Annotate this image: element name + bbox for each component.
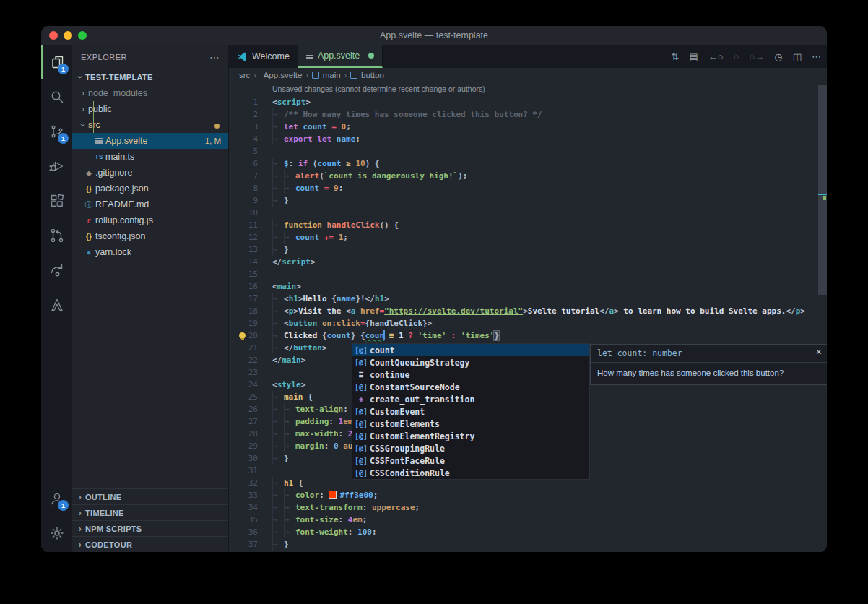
code-line-6[interactable]: 6→$: if (count ≥ 10) { <box>229 158 817 170</box>
suggest-item-CustomEvent[interactable]: [@]CustomEvent <box>352 405 589 418</box>
code-line-5[interactable]: 5 <box>229 145 817 158</box>
breadcrumb-item-main[interactable]: main <box>323 71 341 79</box>
explorer-item-README.md[interactable]: ⓘREADME.md <box>72 197 228 212</box>
code-line-12[interactable]: 12→→count += 1; <box>229 231 817 243</box>
activity-azure-icon[interactable] <box>41 288 72 322</box>
breadcrumb-item-App.svelte[interactable]: App.svelte <box>264 71 303 79</box>
suggest-item-CSSFontFaceRule[interactable]: [@]CSSFontFaceRule <box>352 454 589 467</box>
activity-source-control-icon[interactable]: 1 <box>41 114 72 149</box>
code-line-8[interactable]: 8→→count = 9; <box>229 182 817 194</box>
suggest-item-continue[interactable]: ≣continue <box>352 368 589 381</box>
explorer-item-.gitignore[interactable]: ◆.gitignore <box>72 165 228 181</box>
code-token: name <box>337 294 356 303</box>
activity-extensions-icon[interactable] <box>41 184 72 218</box>
open-preview-icon[interactable]: ▤ <box>689 51 698 62</box>
code-line-33[interactable]: 33→→color: #ff3e00; <box>229 489 817 501</box>
rollup-file-icon: r <box>82 215 95 226</box>
explorer-item-node_modules[interactable]: ›node_modules <box>72 85 228 101</box>
code-line-3[interactable]: 3→let count = 0; <box>229 121 817 133</box>
code-line-1[interactable]: 1<script> <box>229 96 817 108</box>
suggest-item-CountQueuingStrategy[interactable]: [@]CountQueuingStrategy <box>352 356 589 368</box>
code-editor[interactable]: [@]count[@]CountQueuingStrategy≣continue… <box>229 82 827 552</box>
explorer-item-tsconfig.json[interactable]: {}tsconfig.json <box>72 228 228 244</box>
code-line-19[interactable]: 19→<button on:click={handleClick}> <box>229 317 817 329</box>
file-history-icon[interactable]: ◷ <box>774 51 782 62</box>
gitlens-compare-icon[interactable]: ⇅ <box>672 51 680 62</box>
tab-app-svelte[interactable]: App.svelte <box>298 45 383 68</box>
code-line-11[interactable]: 11→function handleClick() { <box>229 219 817 231</box>
code-line-4[interactable]: 4→export let name; <box>229 133 817 145</box>
explorer-item-App.svelte[interactable]: App.svelte1, M <box>72 133 228 149</box>
split-editor-icon[interactable]: ◫ <box>793 51 802 62</box>
code-token: : <box>339 429 348 439</box>
more-actions-icon[interactable]: ⋯ <box>812 51 821 62</box>
tab-welcome[interactable]: Welcome <box>229 45 298 68</box>
suggest-item-CustomElementRegistry[interactable]: [@]CustomElementRegistry <box>352 430 589 442</box>
chevron-down-icon: › <box>78 120 88 130</box>
open-changes-icon[interactable]: ○ <box>734 51 739 62</box>
code-token: h1 <box>284 478 298 488</box>
code-line-37[interactable]: 37→} <box>229 538 817 551</box>
next-change-icon[interactable]: ○→ <box>750 51 765 62</box>
code-line-34[interactable]: 34→→text-transform: uppercase; <box>229 501 817 514</box>
lightbulb-icon[interactable] <box>239 332 246 339</box>
code-line-7[interactable]: 7→→alert(`count is dangerously high!`); <box>229 170 817 182</box>
more-actions-icon[interactable]: ⋯ <box>209 51 220 63</box>
suggest-item-CSSGroupingRule[interactable]: [@]CSSGroupingRule <box>352 442 589 454</box>
suggest-item-create_out_transition[interactable]: ◈create_out_transition <box>352 393 589 405</box>
close-button[interactable] <box>49 31 58 40</box>
code-token: : <box>348 527 357 537</box>
activity-accounts-icon[interactable]: 1 <box>41 481 72 516</box>
activity-github-pull-requests-icon[interactable] <box>41 218 72 253</box>
activity-explorer-icon[interactable]: 1 <box>41 45 72 79</box>
zoom-button[interactable] <box>78 31 87 40</box>
explorer-item-main.ts[interactable]: TSmain.ts <box>72 149 228 165</box>
section-outline[interactable]: ›OUTLINE <box>72 488 228 504</box>
code-token: ; <box>363 515 368 525</box>
line-number: 19 <box>229 317 258 329</box>
explorer-item-rollup.config.js[interactable]: rrollup.config.js <box>72 212 228 228</box>
code-line-13[interactable]: 13→} <box>229 243 817 256</box>
code-line-18[interactable]: 18→<p>Visit the <a href="https://svelte.… <box>229 305 817 317</box>
code-line-15[interactable]: 15 <box>229 268 817 280</box>
code-line-10[interactable]: 10 <box>229 207 817 219</box>
code-line-17[interactable]: 17→<h1>Hello {name}!</h1> <box>229 293 817 305</box>
breadcrumb-item-src[interactable]: src <box>239 71 250 79</box>
activity-settings-icon[interactable] <box>41 516 72 551</box>
code-line-9[interactable]: 9→} <box>229 194 817 207</box>
suggest-item-count[interactable]: [@]count <box>352 344 589 356</box>
codelens-unsaved-changes[interactable]: Unsaved changes (cannot determine recent… <box>272 83 485 95</box>
color-swatch[interactable] <box>329 491 337 499</box>
code-token: </ <box>365 294 375 303</box>
explorer-item-src[interactable]: ›src <box>72 117 228 133</box>
symbol-variable-icon: [@] <box>352 358 370 366</box>
code-line-35[interactable]: 35→→font-size: 4em; <box>229 514 817 526</box>
code-line-36[interactable]: 36→→font-weight: 100; <box>229 526 817 538</box>
previous-change-icon[interactable]: ←○ <box>708 51 724 62</box>
code-line-20[interactable]: 20→Clicked {count} {coun ≡ 1 ? 'time' : … <box>229 329 817 342</box>
suggest-item-CSSConditionRule[interactable]: [@]CSSConditionRule <box>352 467 589 479</box>
line-number: 15 <box>229 268 258 280</box>
code-line-2[interactable]: 2→/** How many times has someone clicked… <box>229 108 817 121</box>
suggest-item-customElements[interactable]: [@]customElements <box>352 418 589 430</box>
explorer-item-package.json[interactable]: {}package.json <box>72 181 228 197</box>
breadcrumb-item-button[interactable]: button <box>361 71 384 79</box>
explorer-item-yarn.lock[interactable]: ●yarn.lock <box>72 244 228 260</box>
activity-search-icon[interactable] <box>41 79 72 114</box>
suggest-docs-signature: let count: number <box>591 345 827 363</box>
minimize-button[interactable] <box>64 31 72 40</box>
section-timeline[interactable]: ›TIMELINE <box>72 504 228 520</box>
explorer-root-folder[interactable]: › TEST-TEMPLATE <box>72 69 228 85</box>
section-codetour[interactable]: ›CODETOUR <box>72 536 228 552</box>
section-npm-scripts[interactable]: ›NPM SCRIPTS <box>72 520 228 536</box>
yarn-file-icon: ● <box>82 249 95 256</box>
activity-live-share-icon[interactable] <box>41 253 72 288</box>
close-icon[interactable]: × <box>816 346 822 358</box>
editor-scrollbar[interactable] <box>818 85 827 295</box>
explorer-item-public[interactable]: ›public <box>72 101 228 117</box>
code-line-16[interactable]: 16<main> <box>229 280 817 293</box>
code-line-14[interactable]: 14</script> <box>229 256 817 268</box>
modified-dot[interactable] <box>368 53 374 59</box>
activity-run-debug-icon[interactable] <box>41 149 72 184</box>
suggest-item-ConstantSourceNode[interactable]: [@]ConstantSourceNode <box>352 381 589 393</box>
